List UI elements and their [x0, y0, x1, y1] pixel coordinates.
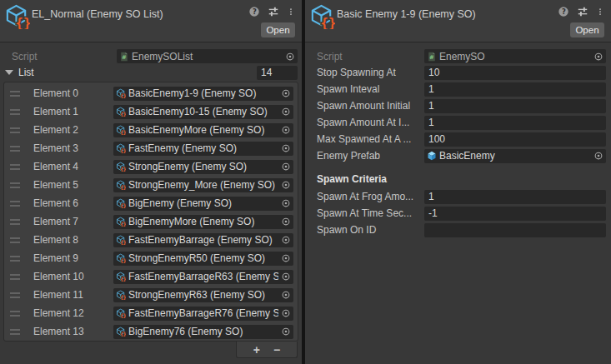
presets-icon[interactable] [577, 6, 588, 17]
element-object-field[interactable]: StrongEnemyR63 (Enemy SO) [113, 288, 293, 302]
drag-handle-icon[interactable] [10, 201, 20, 207]
list-size-input[interactable]: 14 [257, 66, 298, 80]
script-name: EnemySOList [129, 51, 283, 62]
element-object-field[interactable]: BasicEnemyMore (Enemy SO) [113, 123, 293, 137]
add-element-button[interactable]: + [253, 344, 260, 356]
object-picker-icon[interactable] [278, 215, 293, 229]
help-icon[interactable] [558, 6, 569, 17]
element-object-field[interactable]: FastEnemyBarrageR76 (Enemy SO) [113, 307, 293, 321]
element-object-field[interactable]: BasicEnemy1-9 (Enemy SO) [113, 87, 293, 101]
object-picker-icon[interactable] [283, 49, 298, 63]
drag-handle-icon[interactable] [10, 164, 20, 170]
property-row: Spawn Inteval 1 [305, 81, 611, 97]
element-object-field[interactable]: StrongEnemy (Enemy SO) [113, 160, 293, 174]
scriptable-object-icon [309, 3, 335, 29]
script-name: EnemySO [437, 51, 591, 62]
object-picker-icon[interactable] [278, 252, 293, 266]
element-label: Element 1 [33, 106, 113, 117]
open-button[interactable]: Open [570, 22, 604, 37]
object-picker-icon[interactable] [278, 178, 293, 192]
element-object-field[interactable]: FastEnemyBarrage (Enemy SO) [113, 233, 293, 247]
object-picker-icon[interactable] [278, 87, 293, 101]
list-foldout-row[interactable]: List 14 [0, 65, 302, 80]
drag-handle-icon[interactable] [10, 127, 20, 133]
script-row: Script EnemySOList [0, 48, 302, 64]
remove-element-button[interactable]: − [273, 344, 280, 356]
drag-handle-icon[interactable] [10, 274, 20, 280]
object-picker-icon[interactable] [278, 142, 293, 156]
object-picker-icon[interactable] [278, 123, 293, 137]
script-file-icon [427, 52, 437, 62]
spawn-at-time-seconds-input[interactable]: -1 [424, 207, 606, 221]
element-object-field[interactable]: FastEnemyBarrageR63 (Enemy SO) [113, 270, 293, 284]
drag-handle-icon[interactable] [10, 311, 20, 317]
list-footer: + − [236, 342, 298, 358]
kebab-menu-icon[interactable] [596, 6, 604, 17]
list-item: Element 8 FastEnemyBarrage (Enemy SO) [4, 231, 298, 249]
scriptable-object-icon [116, 88, 126, 98]
element-object-field[interactable]: FastEnemy (Enemy SO) [113, 142, 293, 156]
drag-handle-icon[interactable] [10, 256, 20, 262]
drag-handle-icon[interactable] [10, 146, 20, 152]
inspector-panel-enemy-so-list: EL_Normal (Enemy SO List) Open Script En… [0, 0, 302, 364]
inspector-panel-enemy-so: Basic Enemy 1-9 (Enemy SO) Open Script E… [305, 0, 611, 364]
property-label: Spawn At Frog Amo... [317, 191, 424, 202]
drag-handle-icon[interactable] [10, 329, 20, 335]
inspector-header: Basic Enemy 1-9 (Enemy SO) Open [305, 0, 611, 42]
property-row: Spawn At Time Sec... -1 [305, 205, 611, 222]
object-picker-icon[interactable] [278, 307, 293, 321]
drag-handle-icon[interactable] [10, 182, 20, 188]
property-label: Spawn Amount Initial [317, 100, 424, 112]
drag-handle-icon[interactable] [10, 91, 20, 97]
help-icon[interactable] [248, 6, 260, 17]
kebab-menu-icon[interactable] [287, 6, 295, 17]
spawn-amount-at-interval-input[interactable]: 1 [424, 116, 606, 130]
list-item: Element 0 BasicEnemy1-9 (Enemy SO) [4, 84, 298, 102]
list-item: Element 12 FastEnemyBarrageR76 (Enemy SO… [4, 304, 298, 322]
property-label: Stop Spawning At [317, 67, 424, 78]
list-item: Element 2 BasicEnemyMore (Enemy SO) [4, 121, 298, 139]
object-picker-icon[interactable] [278, 288, 293, 302]
list-item: Element 4 StrongEnemy (Enemy SO) [4, 157, 298, 176]
element-label: Element 7 [33, 216, 113, 227]
script-object-field[interactable]: EnemySO [424, 49, 606, 63]
scriptable-object-icon [116, 327, 126, 337]
element-object-field[interactable]: BasicEnemy10-15 (Enemy SO) [113, 105, 293, 119]
spawn-at-frog-amount-input[interactable]: 1 [424, 190, 606, 204]
drag-handle-icon[interactable] [10, 237, 20, 243]
list-item: Element 3 FastEnemy (Enemy SO) [4, 139, 298, 157]
scriptable-object-icon [116, 198, 126, 208]
element-object-field[interactable]: StrongEnemy_More (Enemy SO) [113, 178, 293, 192]
list-item: Element 5 StrongEnemy_More (Enemy SO) [4, 176, 298, 194]
open-button[interactable]: Open [261, 22, 295, 37]
presets-icon[interactable] [268, 6, 279, 17]
object-picker-icon[interactable] [278, 270, 293, 284]
object-picker-icon[interactable] [591, 149, 606, 163]
scriptable-object-icon [116, 253, 126, 263]
element-object-field[interactable]: StrongEnemyR50 (Enemy SO) [113, 252, 293, 266]
script-object-field[interactable]: EnemySOList [117, 49, 298, 63]
max-spawned-input[interactable]: 100 [424, 132, 606, 147]
stop-spawning-at-input[interactable]: 10 [424, 66, 606, 80]
object-picker-icon[interactable] [278, 160, 293, 174]
spawn-interval-input[interactable]: 1 [424, 82, 606, 97]
element-object-field[interactable]: BigEnemy (Enemy SO) [113, 197, 293, 211]
element-object-field[interactable]: BigEnemy76 (Enemy SO) [113, 325, 293, 339]
object-picker-icon[interactable] [278, 105, 293, 119]
object-picker-icon[interactable] [278, 233, 293, 247]
foldout-arrow-icon[interactable] [5, 70, 13, 75]
element-object-field[interactable]: BigEnemyMore (Enemy SO) [113, 215, 293, 229]
list-item: Element 10 FastEnemyBarrageR63 (Enemy SO… [4, 267, 298, 286]
enemy-prefab-object-field[interactable]: BasicEnemy [424, 149, 606, 163]
object-picker-icon[interactable] [278, 325, 293, 339]
spawn-amount-initial-input[interactable]: 1 [424, 99, 606, 113]
object-picker-icon[interactable] [591, 49, 606, 63]
drag-handle-icon[interactable] [10, 292, 20, 298]
drag-handle-icon[interactable] [10, 109, 20, 115]
object-name: FastEnemyBarrageR63 (Enemy SO) [126, 271, 278, 282]
property-row: Stop Spawning At 10 [305, 64, 611, 81]
spawn-on-id-input[interactable] [424, 223, 606, 237]
drag-handle-icon[interactable] [10, 219, 20, 225]
object-picker-icon[interactable] [278, 197, 293, 211]
element-label: Element 8 [33, 234, 113, 246]
